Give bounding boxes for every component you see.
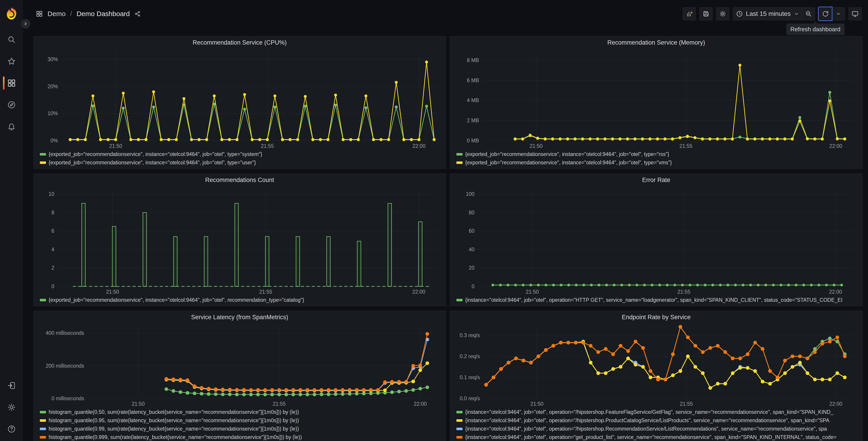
svg-text:22:00: 22:00	[412, 289, 425, 295]
refresh-button[interactable]	[819, 7, 832, 20]
legend-item[interactable]: {exported_job="recommendationservice", i…	[456, 158, 860, 167]
legend-swatch	[456, 411, 463, 413]
svg-text:20: 20	[469, 265, 474, 271]
legend-item[interactable]: {exported_job="recommendationservice", i…	[40, 296, 443, 304]
zoom-out-button[interactable]	[802, 7, 815, 20]
breadcrumb-section[interactable]: Demo	[48, 10, 66, 18]
svg-text:21:50: 21:50	[530, 143, 543, 149]
sidebar-item-search[interactable]	[0, 34, 23, 45]
panel-title[interactable]: Recommendations Count	[36, 175, 443, 185]
legend-item[interactable]: {instance="otelcol:9464", job="otel", op…	[456, 296, 860, 304]
save-icon	[702, 10, 710, 18]
svg-text:21:50: 21:50	[526, 289, 539, 295]
chevron-down-icon	[836, 11, 841, 17]
sidebar-item-sign-in[interactable]	[0, 380, 23, 391]
svg-text:21:50: 21:50	[106, 289, 119, 295]
recommendations-count-chart[interactable]: 024681021:5021:5522:00	[36, 185, 443, 295]
legend-item[interactable]: {instance="otelcol:9464", job="otel", op…	[456, 408, 860, 416]
refresh-interval-caret-button[interactable]	[832, 7, 845, 20]
tv-kiosk-button[interactable]	[848, 7, 862, 20]
save-dashboard-button[interactable]	[700, 7, 713, 20]
legend-item[interactable]: {exported_job="recommendationservice", i…	[456, 150, 860, 158]
panel-legend: {exported_job="recommendationservice", i…	[40, 296, 443, 304]
legend-label: {instance="otelcol:9464", job="otel", op…	[465, 409, 833, 415]
panel-title[interactable]: Recommendation Service (Memory)	[452, 37, 860, 48]
header-bar: Demo / Demo Dashboard Last 15 minutes	[23, 0, 868, 28]
svg-text:21:55: 21:55	[680, 143, 693, 149]
legend-label: histogram_quantile(0.999, sum(rate(laten…	[49, 434, 302, 440]
sidebar-bottom-group	[0, 380, 23, 434]
dashboard-settings-button[interactable]	[716, 7, 729, 20]
sidebar-item-starred[interactable]	[0, 56, 23, 66]
svg-text:21:55: 21:55	[259, 289, 272, 295]
svg-text:8: 8	[51, 210, 54, 215]
add-panel-button[interactable]	[683, 7, 696, 20]
time-range-label: Last 15 minutes	[746, 10, 790, 18]
svg-text:6: 6	[51, 228, 54, 234]
legend-label: {instance="otelcol:9464", job="otel", op…	[465, 417, 829, 423]
legend-label: {exported_job="recommendationservice", i…	[465, 151, 669, 157]
svg-text:22:00: 22:00	[414, 401, 427, 407]
panel-legend: {exported_job="recommendationservice", i…	[40, 150, 443, 167]
legend-item[interactable]: histogram_quantile(0.95, sum(rate(latenc…	[40, 416, 443, 425]
service-latency-chart[interactable]: 0 milliseconds200 milliseconds400 millis…	[36, 322, 443, 408]
svg-text:21:55: 21:55	[261, 143, 274, 149]
legend-item[interactable]: {exported_job="recommendationservice", i…	[40, 158, 443, 167]
svg-text:21:50: 21:50	[132, 401, 145, 407]
grafana-logo[interactable]	[4, 6, 19, 20]
share-icon	[134, 11, 141, 17]
legend-item[interactable]: histogram_quantile(0.50, sum(rate(latenc…	[40, 408, 443, 416]
panel-title[interactable]: Endpoint Rate by Service	[452, 312, 860, 322]
legend-label: {exported_job="recommendationservice", i…	[49, 159, 256, 166]
legend-item[interactable]: {instance="otelcol:9464", job="otel", op…	[456, 433, 860, 441]
svg-text:400 milliseconds: 400 milliseconds	[46, 330, 84, 336]
legend-swatch	[40, 161, 46, 164]
dashboards-grid-icon	[7, 79, 16, 88]
legend-item[interactable]: {instance="otelcol:9464", job="otel", op…	[456, 425, 860, 433]
breadcrumb-page[interactable]: Demo Dashboard	[76, 10, 130, 18]
search-icon	[7, 35, 16, 44]
svg-text:22:00: 22:00	[829, 289, 842, 295]
panel-cpu: Recommendation Service (CPU%) 0%10%20%30…	[33, 36, 446, 169]
sidebar-item-dashboards[interactable]	[0, 78, 23, 88]
legend-label: {instance="otelcol:9464", job="otel", op…	[465, 434, 837, 440]
endpoint-rate-chart[interactable]: 0.0 req/s0.1 req/s0.2 req/s0.3 req/s21:5…	[452, 322, 860, 408]
legend-item[interactable]: {instance="otelcol:9464", job="otel", op…	[456, 416, 860, 425]
sidebar-expand-button[interactable]	[21, 19, 30, 29]
svg-text:21:50: 21:50	[530, 401, 544, 407]
sidebar	[0, 0, 23, 441]
legend-swatch	[40, 419, 46, 422]
svg-text:22:00: 22:00	[829, 401, 842, 407]
breadcrumb: Demo / Demo Dashboard	[36, 10, 141, 18]
panel-title[interactable]: Recommendation Service (CPU%)	[36, 37, 443, 48]
legend-swatch	[40, 299, 46, 301]
add-panel-icon	[686, 10, 693, 18]
memory-chart[interactable]: 0 MB2 MB4 MB6 MB8 MB21:5021:5522:00	[452, 48, 860, 150]
panel-title[interactable]: Service Latency (from SpanMetrics)	[36, 312, 443, 322]
time-range-picker[interactable]: Last 15 minutes	[733, 7, 802, 20]
legend-swatch	[40, 436, 46, 439]
cpu-chart[interactable]: 0%10%20%30%21:5021:5522:00	[36, 48, 443, 150]
legend-label: histogram_quantile(0.95, sum(rate(latenc…	[49, 417, 299, 423]
gear-icon	[7, 403, 16, 412]
sidebar-item-settings[interactable]	[0, 402, 23, 412]
svg-text:200 milliseconds: 200 milliseconds	[46, 363, 84, 369]
sidebar-item-explore[interactable]	[0, 99, 23, 110]
svg-text:10: 10	[49, 191, 54, 197]
sidebar-item-help[interactable]	[0, 424, 23, 434]
panel-recommendations-count: Recommendations Count 024681021:5021:552…	[33, 173, 446, 306]
legend-item[interactable]: {exported_job="recommendationservice", i…	[40, 150, 443, 158]
legend-swatch	[456, 419, 463, 422]
sidebar-item-alerting[interactable]	[0, 121, 23, 132]
svg-text:21:55: 21:55	[678, 289, 691, 295]
bell-icon	[7, 122, 16, 131]
legend-item[interactable]: histogram_quantile(0.99, sum(rate(latenc…	[40, 425, 443, 433]
legend-swatch	[40, 153, 46, 155]
svg-text:10%: 10%	[48, 111, 58, 116]
panel-endpoint-rate: Endpoint Rate by Service 0.0 req/s0.1 re…	[450, 311, 863, 441]
svg-text:0.1 req/s: 0.1 req/s	[460, 375, 480, 380]
breadcrumb-separator: /	[70, 10, 72, 18]
panel-title[interactable]: Error Rate	[452, 175, 860, 185]
legend-item[interactable]: histogram_quantile(0.999, sum(rate(laten…	[40, 433, 443, 441]
error-rate-chart[interactable]: 02040608010021:5021:5522:00	[452, 185, 860, 295]
